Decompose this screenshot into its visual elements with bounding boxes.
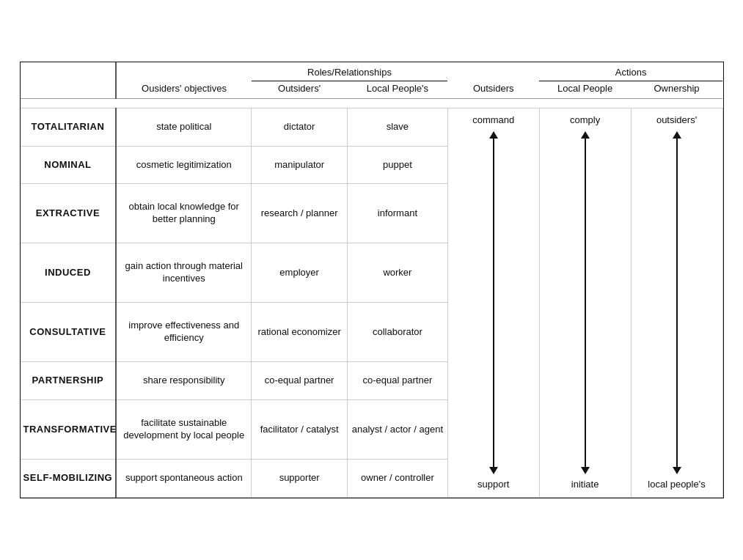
- row-objectives-7: support spontaneous action: [116, 460, 251, 498]
- row-local-role-7: owner / controller: [348, 460, 448, 498]
- row-outsiders-role-6: facilitator / catalyst: [252, 400, 348, 460]
- row-objectives-4: improve effectiveness and efficiency: [116, 303, 251, 362]
- action-top-label-ownership: outsiders': [656, 114, 697, 130]
- arrow-shaft-outsiders_action: [493, 139, 494, 467]
- separator-row: [21, 98, 723, 108]
- row-outsiders-role-0: dictator: [252, 108, 348, 146]
- row-local-role-0: slave: [348, 108, 448, 146]
- action-top-label-outsiders_action: command: [472, 114, 514, 130]
- row-type-4: CONSULTATIVE: [21, 303, 117, 362]
- col-local-action-header: Local People: [539, 81, 631, 99]
- row-type-5: PARTNERSHIP: [21, 362, 117, 400]
- row-type-6: TRANSFORMATIVE: [21, 400, 117, 460]
- col-outsiders-role-header: Outsiders': [252, 81, 348, 99]
- action-bottom-label-outsiders_action: support: [477, 476, 509, 491]
- row-outsiders-role-1: manipulator: [252, 146, 348, 184]
- arrowhead-up-local_action: [581, 131, 590, 139]
- row-type-2: EXTRACTIVE: [21, 184, 117, 243]
- col-local-role-header: Local People's: [348, 81, 448, 99]
- arrow-col-local_action: comply initiate: [539, 108, 631, 497]
- blank-header-3: [447, 62, 539, 81]
- blank-header-1: [21, 62, 117, 81]
- separator: [21, 98, 723, 108]
- table-row: TOTALITARIANstate politicaldictatorslave…: [21, 108, 723, 146]
- blank-header-2: [116, 62, 251, 81]
- row-type-1: NOMINAL: [21, 146, 117, 184]
- row-objectives-5: share responsibility: [116, 362, 251, 400]
- col-outsiders-action-header: Outsiders: [447, 81, 539, 99]
- arrowhead-up-ownership: [673, 131, 681, 139]
- row-local-role-6: analyst / actor / agent: [348, 400, 448, 460]
- blank-subheader-1: [21, 81, 117, 99]
- row-type-0: TOTALITARIAN: [21, 108, 117, 146]
- arrow-col-outsiders_action: command support: [447, 108, 539, 497]
- actions-header: Actions: [539, 62, 722, 81]
- row-outsiders-role-7: supporter: [252, 460, 348, 498]
- row-objectives-6: facilitate sustainable development by lo…: [116, 400, 251, 460]
- row-outsiders-role-5: co-equal partner: [252, 362, 348, 400]
- row-outsiders-role-3: employer: [252, 243, 348, 303]
- col-objectives-header: Ousiders' objectives: [116, 81, 251, 99]
- arrow-shaft-local_action: [585, 139, 586, 467]
- action-bottom-label-local_action: initiate: [571, 476, 599, 491]
- row-objectives-3: gain action through material incentives: [116, 243, 251, 303]
- row-type-7: SELF-MOBILIZING: [21, 460, 117, 498]
- row-objectives-0: state political: [116, 108, 251, 146]
- header-row-1: Roles/Relationships Actions: [21, 62, 723, 81]
- arrowhead-down-outsiders_action: [489, 467, 498, 474]
- row-local-role-4: collaborator: [348, 303, 448, 362]
- row-outsiders-role-4: rational economizer: [252, 303, 348, 362]
- action-top-label-local_action: comply: [570, 114, 600, 130]
- roles-relationships-header: Roles/Relationships: [252, 62, 448, 81]
- row-type-3: INDUCED: [21, 243, 117, 303]
- row-local-role-3: worker: [348, 243, 448, 303]
- row-local-role-2: informant: [348, 184, 448, 243]
- arrow-col-ownership: outsiders' local people's: [631, 108, 722, 497]
- row-local-role-5: co-equal partner: [348, 362, 448, 400]
- arrow-shaft-ownership: [676, 139, 678, 467]
- row-outsiders-role-2: research / planner: [252, 184, 348, 243]
- row-local-role-1: puppet: [348, 146, 448, 184]
- row-objectives-2: obtain local knowledge for better planni…: [116, 184, 251, 243]
- col-ownership-header: Ownership: [631, 81, 722, 99]
- arrowhead-down-local_action: [581, 467, 590, 474]
- main-table-wrapper: Roles/Relationships Actions Ousiders' ob…: [20, 62, 724, 498]
- row-objectives-1: cosmetic legitimization: [116, 146, 251, 184]
- arrowhead-down-ownership: [673, 467, 681, 474]
- action-bottom-label-ownership: local people's: [648, 476, 705, 491]
- header-row-2: Ousiders' objectives Outsiders' Local Pe…: [21, 81, 723, 99]
- arrowhead-up-outsiders_action: [489, 131, 498, 139]
